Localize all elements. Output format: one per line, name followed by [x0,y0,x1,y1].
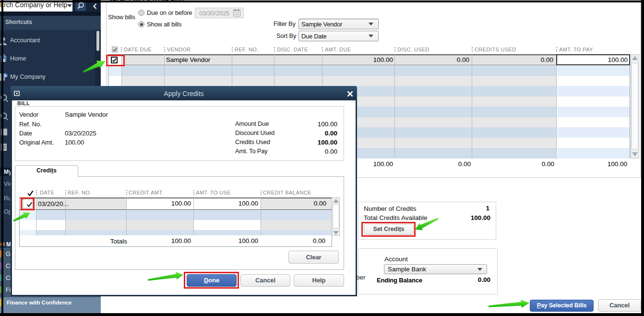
svg-text:b: b [4,73,7,78]
